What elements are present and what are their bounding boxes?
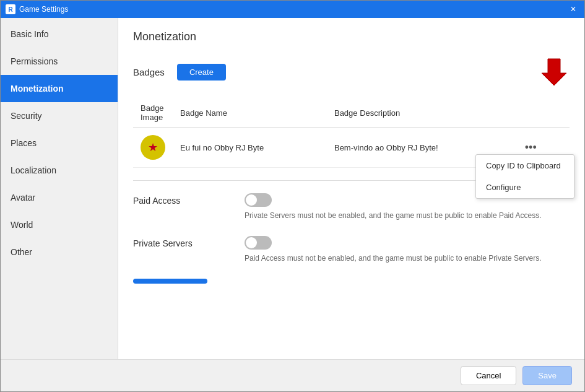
private-servers-toggle[interactable]	[245, 236, 272, 250]
dropdown-menu: Copy ID to Clipboard Configure	[475, 154, 574, 199]
col-actions	[513, 98, 570, 128]
sidebar-item-avatar[interactable]: Avatar	[1, 184, 118, 211]
dropdown-item-configure[interactable]: Configure	[476, 176, 574, 198]
paid-access-description: Private Servers must not be enabled, and…	[245, 211, 542, 221]
col-badge-image: Badge Image	[133, 98, 173, 128]
arrow-hint	[539, 56, 570, 89]
cancel-button[interactable]: Cancel	[461, 366, 516, 385]
content-area: Basic Info Permissions Monetization Secu…	[1, 18, 584, 359]
private-servers-content: Paid Access must not be enabled, and the…	[245, 236, 570, 264]
sidebar-item-security[interactable]: Security	[1, 102, 118, 129]
col-badge-description: Badge Description	[327, 98, 513, 128]
sidebar-item-world[interactable]: World	[1, 211, 118, 238]
red-arrow-icon	[539, 56, 570, 87]
sidebar-item-localization[interactable]: Localization	[1, 157, 118, 184]
private-servers-label: Private Servers	[133, 236, 232, 248]
sidebar-item-basic-info[interactable]: Basic Info	[1, 20, 118, 48]
badges-label: Badges	[133, 67, 165, 77]
more-options-button[interactable]: •••	[520, 140, 542, 155]
col-badge-name: Badge Name	[173, 98, 327, 128]
dropdown-item-copy-id[interactable]: Copy ID to Clipboard	[476, 155, 574, 176]
sidebar: Basic Info Permissions Monetization Secu…	[1, 18, 118, 359]
badge-image-cell: ★	[133, 128, 173, 168]
svg-marker-0	[542, 59, 566, 85]
private-servers-description: Paid Access must not be enabled, and the…	[245, 253, 542, 264]
main-content: Monetization Badges Create	[118, 18, 584, 359]
window-title: Game Settings	[19, 5, 68, 14]
game-settings-window: R Game Settings × Basic Info Permissions…	[0, 0, 585, 392]
save-button[interactable]: Save	[522, 366, 572, 385]
sidebar-item-permissions[interactable]: Permissions	[1, 48, 118, 75]
sidebar-item-places[interactable]: Places	[1, 129, 118, 157]
badges-section-header: Badges Create	[133, 56, 570, 89]
paid-access-label: Paid Access	[133, 193, 232, 206]
bottom-bar: Cancel Save	[1, 359, 584, 391]
page-title: Monetization	[133, 30, 570, 43]
badge-icon: ★	[141, 135, 165, 160]
paid-access-toggle[interactable]	[245, 193, 272, 207]
badge-name-cell: Eu fui no Obby RJ Byte	[173, 128, 327, 168]
title-bar-left: R Game Settings	[6, 4, 68, 14]
app-icon: R	[6, 4, 15, 14]
create-badge-button[interactable]: Create	[177, 64, 226, 81]
save-hint-bar	[133, 279, 207, 284]
sidebar-item-monetization[interactable]: Monetization	[1, 75, 118, 102]
sidebar-item-other[interactable]: Other	[1, 238, 118, 266]
title-bar: R Game Settings ×	[1, 1, 584, 18]
private-servers-row: Private Servers Paid Access must not be …	[133, 236, 570, 264]
close-button[interactable]: ×	[567, 3, 579, 15]
